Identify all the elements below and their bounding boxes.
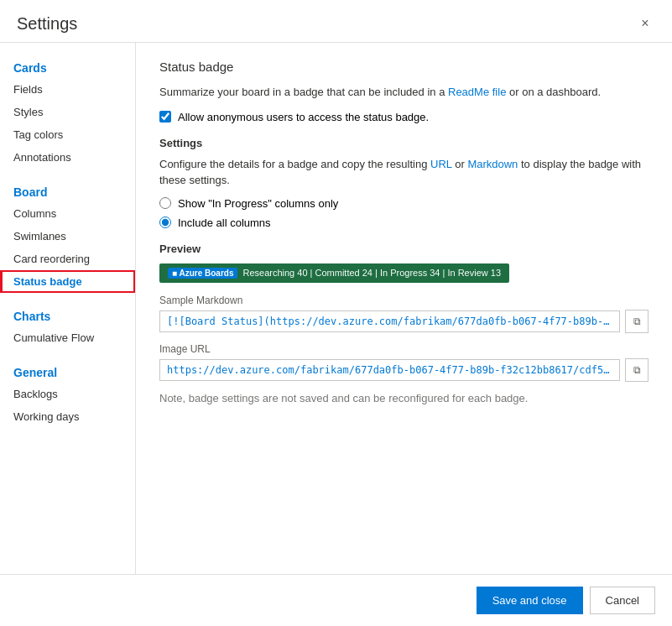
main-content: Status badge Summarize your board in a b… <box>136 43 672 574</box>
sample-markdown-row: ⧉ <box>159 310 649 333</box>
copy-markdown-button[interactable]: ⧉ <box>625 310 649 333</box>
anonymous-access-row: Allow anonymous users to access the stat… <box>159 111 649 123</box>
save-close-button[interactable]: Save and close <box>477 587 583 614</box>
radio-all[interactable] <box>159 216 171 228</box>
badge-logo-text: Azure Boards <box>179 269 233 278</box>
badge-logo-icon: ■ <box>172 269 177 278</box>
sidebar-section-general[interactable]: General <box>0 357 135 383</box>
sidebar-item-columns[interactable]: Columns <box>0 202 135 225</box>
sidebar-item-fields[interactable]: Fields <box>0 78 135 101</box>
sample-markdown-label: Sample Markdown <box>159 295 649 306</box>
image-url-row: ⧉ <box>159 358 649 382</box>
cancel-button[interactable]: Cancel <box>590 587 655 614</box>
dialog-title: Settings <box>17 14 77 34</box>
sidebar-item-working-days[interactable]: Working days <box>0 405 135 428</box>
sidebar-section-charts[interactable]: Charts <box>0 301 135 326</box>
radio-inprogress-label: Show "In Progress" columns only <box>178 197 338 210</box>
description-text: Summarize your board in a badge that can… <box>159 84 649 101</box>
radio-all-row: Include all columns <box>159 216 649 229</box>
anonymous-label: Allow anonymous users to access the stat… <box>178 111 429 123</box>
badge-logo: ■ Azure Boards <box>168 268 237 279</box>
close-button[interactable]: × <box>635 13 655 34</box>
sample-markdown-input[interactable] <box>159 310 620 332</box>
sidebar: Cards Fields Styles Tag colors Annotatio… <box>0 43 136 574</box>
sidebar-section-cards[interactable]: Cards <box>0 53 135 78</box>
badge-content: Researching 40 | Committed 24 | In Progr… <box>242 268 501 278</box>
copy-icon-2: ⧉ <box>633 364 641 376</box>
radio-inprogress-row: Show "In Progress" columns only <box>159 197 649 210</box>
markdown-link[interactable]: Markdown <box>467 158 518 170</box>
copy-url-button[interactable]: ⧉ <box>625 358 649 382</box>
sidebar-item-backlogs[interactable]: Backlogs <box>0 383 135 405</box>
readme-link[interactable]: ReadMe file <box>448 86 506 98</box>
dialog-header: Settings × <box>0 0 672 43</box>
sidebar-section-board[interactable]: Board <box>0 177 135 202</box>
radio-all-label: Include all columns <box>178 216 271 229</box>
note-text: Note, badge settings are not saved and c… <box>159 392 649 404</box>
anonymous-checkbox[interactable] <box>159 111 171 123</box>
sidebar-item-status-badge[interactable]: Status badge <box>0 270 135 293</box>
sidebar-item-tag-colors[interactable]: Tag colors <box>0 123 135 146</box>
image-url-label: Image URL <box>159 343 649 355</box>
settings-desc: Configure the details for a badge and co… <box>159 156 649 189</box>
radio-inprogress[interactable] <box>159 197 171 209</box>
dialog-body: Cards Fields Styles Tag colors Annotatio… <box>0 43 672 574</box>
sidebar-item-swimlanes[interactable]: Swimlanes <box>0 225 135 248</box>
settings-heading: Settings <box>159 137 649 149</box>
settings-dialog: Settings × Cards Fields Styles Tag color… <box>0 0 672 626</box>
sidebar-item-styles[interactable]: Styles <box>0 101 135 123</box>
url-link[interactable]: URL <box>430 158 452 170</box>
sidebar-item-cumulative-flow[interactable]: Cumulative Flow <box>0 326 135 349</box>
preview-heading: Preview <box>159 243 649 255</box>
section-heading: Status badge <box>159 60 649 74</box>
badge-preview: ■ Azure Boards Researching 40 | Committe… <box>159 263 509 283</box>
copy-icon: ⧉ <box>633 316 641 327</box>
dialog-footer: Save and close Cancel <box>0 574 672 626</box>
sidebar-item-card-reordering[interactable]: Card reordering <box>0 248 135 270</box>
column-radio-group: Show "In Progress" columns only Include … <box>159 197 649 229</box>
sidebar-item-annotations[interactable]: Annotations <box>0 146 135 169</box>
image-url-input[interactable] <box>159 359 620 381</box>
